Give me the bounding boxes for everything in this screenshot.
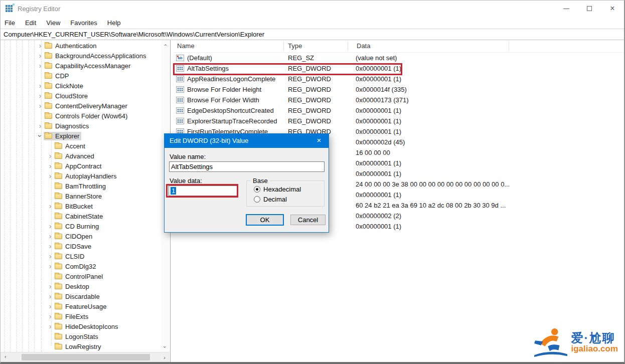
tree-item-cidopen[interactable]: ›CIDOpen <box>1 231 161 241</box>
tree-item-label: CIDOpen <box>65 233 92 240</box>
value-row-browse-for-folder-width[interactable]: Browse For Folder WidthREG_DWORD0x000001… <box>174 95 623 105</box>
value-row-browse-for-folder-height[interactable]: Browse For Folder HeightREG_DWORD0x00000… <box>174 84 623 95</box>
tree-horizontal-scrollbar[interactable]: › › <box>1 352 170 362</box>
scroll-up-icon[interactable]: › <box>161 41 169 49</box>
tree-item-bamthrottling[interactable]: BamThrottling <box>1 181 161 191</box>
tree-item-diagnostics[interactable]: ›Diagnostics <box>1 121 161 131</box>
close-button[interactable]: × <box>601 1 624 17</box>
tree-item-desktop[interactable]: ›Desktop <box>1 281 161 291</box>
tree-item-autoplayhandlers[interactable]: ›AutoplayHandlers <box>1 171 161 181</box>
tree-item-label: Discardable <box>65 293 100 300</box>
column-header-type[interactable]: Type <box>284 41 348 51</box>
tree-item-comdlg32[interactable]: ›ComDlg32 <box>1 261 161 271</box>
chevron-right-icon[interactable]: › <box>37 62 44 69</box>
chevron-right-icon[interactable]: › <box>47 203 54 210</box>
tree-item-accent[interactable]: Accent <box>1 141 161 151</box>
menu-item-favorites[interactable]: Favorites <box>65 19 102 27</box>
value-data: 0x00000001 (1) <box>348 191 623 199</box>
tree-item-cloudstore[interactable]: ›CloudStore <box>1 91 161 101</box>
cancel-button[interactable]: Cancel <box>290 215 326 225</box>
tree-item-cdp[interactable]: CDP <box>1 71 161 81</box>
tree-item-hidedesktopicons[interactable]: ›HideDesktopIcons <box>1 321 161 331</box>
scroll-right-icon[interactable]: › <box>161 353 169 361</box>
chevron-right-icon[interactable]: › <box>47 243 54 250</box>
chevron-right-icon[interactable]: › <box>47 313 54 320</box>
ok-button[interactable]: OK <box>246 214 284 226</box>
tree-item-contentdeliverymanager[interactable]: ›ContentDeliveryManager <box>1 101 161 111</box>
tree-item-bannerstore[interactable]: BannerStore <box>1 191 161 201</box>
chevron-right-icon[interactable]: › <box>37 92 44 99</box>
chevron-right-icon[interactable]: › <box>47 263 54 270</box>
menu-item-help[interactable]: Help <box>102 19 126 27</box>
tree-item-lowregistry[interactable]: LowRegistry <box>1 341 161 351</box>
value-row-explorerstartuptracerecorded[interactable]: ExplorerStartupTraceRecordedREG_DWORD0x0… <box>174 116 623 126</box>
address-bar[interactable]: Computer\HKEY_CURRENT_USER\Software\Micr… <box>1 29 624 40</box>
menu-item-view[interactable]: View <box>41 19 65 27</box>
menu-item-edit[interactable]: Edit <box>20 19 41 27</box>
tree-item-cabinetstate[interactable]: CabinetState <box>1 211 161 221</box>
dialog-close-button[interactable]: × <box>309 134 329 148</box>
chevron-right-icon[interactable]: › <box>47 172 54 179</box>
dword-value-icon <box>176 76 184 82</box>
tree-item-controlpanel[interactable]: ControlPanel <box>1 271 161 281</box>
chevron-right-icon[interactable]: › <box>47 253 54 260</box>
chevron-right-icon[interactable]: › <box>47 283 54 290</box>
tree-item-bitbucket[interactable]: ›BitBucket <box>1 201 161 211</box>
chevron-right-icon[interactable]: › <box>47 293 54 300</box>
chevron-right-icon[interactable]: › <box>47 223 54 230</box>
value-data: (value not set) <box>348 54 623 62</box>
chevron-right-icon[interactable]: › <box>47 323 54 330</box>
chevron-right-icon[interactable]: › <box>37 52 44 59</box>
folder-icon <box>55 204 62 209</box>
maximize-button[interactable] <box>578 1 601 17</box>
chevron-down-icon[interactable]: › <box>37 132 44 139</box>
radio-hexadecimal[interactable]: Hexadecimal <box>254 186 301 193</box>
menu-item-file[interactable]: File <box>5 19 20 27</box>
tree-item-explorer[interactable]: ›Explorer <box>1 131 161 141</box>
tree-item-clicknote[interactable]: ›ClickNote <box>1 81 161 91</box>
value-name: EdgeDesktopShortcutCreated <box>187 107 274 114</box>
tree-item-backgroundaccessapplications[interactable]: ›BackgroundAccessApplications <box>1 51 161 61</box>
chevron-right-icon[interactable]: › <box>47 162 54 169</box>
chevron-right-icon[interactable]: › <box>37 102 44 109</box>
scrollbar-thumb[interactable] <box>22 354 150 360</box>
watermark-site: igaliao.com <box>571 344 618 353</box>
chevron-right-icon[interactable]: › <box>37 82 44 89</box>
value-row-edgedesktopshortcutcreated[interactable]: EdgeDesktopShortcutCreatedREG_DWORD0x000… <box>174 105 623 116</box>
scroll-left-icon[interactable]: › <box>2 353 10 361</box>
tree-item-label: CloudStore <box>55 92 88 100</box>
value-name-field[interactable] <box>169 161 325 172</box>
minimize-button[interactable]: — <box>555 1 578 17</box>
chevron-right-icon[interactable]: › <box>47 303 54 310</box>
scroll-down-icon[interactable]: › <box>161 343 169 351</box>
value-row-appreadinesslogoncomplete[interactable]: AppReadinessLogonCompleteREG_DWORD0x0000… <box>174 74 623 84</box>
value-type: REG_DWORD <box>284 117 348 125</box>
minimize-icon: — <box>563 5 569 12</box>
tree-item-cd-burning[interactable]: ›CD Burning <box>1 221 161 231</box>
radio-decimal[interactable]: Decimal <box>254 196 287 203</box>
value-row-alttabsettings[interactable]: AltTabSettingsREG_DWORD0x00000001 (1) <box>174 63 623 74</box>
window-title: Registry Editor <box>18 5 60 13</box>
value-row-default[interactable]: ab(Default)REG_SZ(value not set) <box>174 53 623 63</box>
tree-item-featureusage[interactable]: ›FeatureUsage <box>1 301 161 311</box>
column-header-name[interactable]: Name <box>174 41 284 51</box>
tree-item-discardable[interactable]: ›Discardable <box>1 291 161 301</box>
tree-item-appcontract[interactable]: ›AppContract <box>1 161 161 171</box>
tree-item-advanced[interactable]: ›Advanced <box>1 151 161 161</box>
tree-item-fileexts[interactable]: ›FileExts <box>1 311 161 321</box>
dword-value-icon <box>176 65 184 72</box>
tree-item-controls-folder-wow64[interactable]: Controls Folder (Wow64) <box>1 111 161 121</box>
chevron-right-icon[interactable]: › <box>47 152 54 159</box>
tree-item-authentication[interactable]: ›Authentication <box>1 41 161 51</box>
tree-item-logonstats[interactable]: LogonStats <box>1 331 161 341</box>
igaliao-logo-icon <box>533 327 569 358</box>
tree-item-clsid[interactable]: ›CLSID <box>1 251 161 261</box>
chevron-right-icon[interactable]: › <box>47 233 54 240</box>
chevron-right-icon[interactable]: › <box>37 42 44 49</box>
value-data-field[interactable]: 1 <box>169 186 237 196</box>
column-header-data[interactable]: Data <box>348 41 509 51</box>
chevron-right-icon[interactable]: › <box>37 122 44 129</box>
folder-icon <box>55 214 62 219</box>
tree-item-cidsave[interactable]: ›CIDSave <box>1 241 161 251</box>
tree-item-capabilityaccessmanager[interactable]: ›CapabilityAccessManager <box>1 61 161 71</box>
